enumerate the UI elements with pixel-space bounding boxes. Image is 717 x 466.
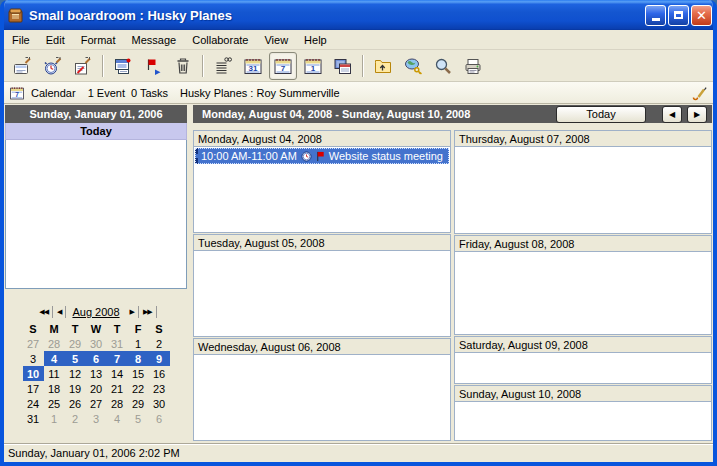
directory-button[interactable] — [399, 52, 427, 80]
delete-button[interactable] — [169, 52, 197, 80]
mini-calendar-day[interactable]: 7 — [107, 351, 128, 366]
prev-month-icon[interactable]: ◀ — [53, 306, 66, 318]
maximize-icon[interactable] — [668, 5, 689, 26]
day-cell[interactable] — [454, 402, 712, 441]
sidebar: Sunday, January 01, 2006 Today ◀◀ ◀ Aug … — [5, 105, 187, 441]
mini-calendar-day[interactable]: 15 — [128, 366, 149, 381]
mini-calendar-day[interactable]: 4 — [44, 351, 65, 366]
agenda-view-button[interactable] — [209, 52, 237, 80]
mini-calendar-day[interactable]: 2 — [65, 411, 86, 426]
mini-calendar-day[interactable]: 30 — [86, 336, 107, 351]
mini-calendar-day[interactable]: 31 — [107, 336, 128, 351]
mini-calendar-day[interactable]: 21 — [107, 381, 128, 396]
week-view: Monday, August 04, 2008 - Sunday, August… — [193, 105, 712, 441]
alarm-clock-icon — [301, 151, 312, 162]
sidebar-today-label[interactable]: Today — [5, 123, 187, 140]
day-slot-thursday: Thursday, August 07, 2008 — [454, 130, 712, 234]
day-cell[interactable] — [454, 147, 712, 234]
next-month-icon[interactable]: ▶ — [126, 306, 139, 318]
mini-calendar-day[interactable]: 14 — [107, 366, 128, 381]
month-view-button[interactable]: 31 — [239, 52, 267, 80]
mini-calendar-day[interactable]: 29 — [65, 336, 86, 351]
menu-edit[interactable]: Edit — [38, 32, 73, 48]
mini-calendar-day[interactable]: 2 — [149, 336, 170, 351]
new-task-button[interactable] — [69, 52, 97, 80]
day-cell[interactable] — [454, 353, 712, 384]
day-view-button[interactable]: 1 — [299, 52, 327, 80]
day-cell[interactable]: 10:00 AM-11:00 AM Web — [193, 147, 451, 233]
mini-calendar-day[interactable]: 29 — [128, 396, 149, 411]
flag-forward-icon — [143, 56, 163, 76]
pencil-icon[interactable] — [691, 85, 707, 101]
mini-calendar-day[interactable]: 11 — [44, 366, 65, 381]
mini-calendar-day[interactable]: 27 — [23, 336, 44, 351]
info-bar: 7 Calendar 1 Event 0 Tasks Husky Planes … — [4, 82, 713, 104]
mini-calendar-day[interactable]: 28 — [107, 396, 128, 411]
day-cell[interactable] — [454, 252, 712, 335]
mini-calendar-day[interactable]: 20 — [86, 381, 107, 396]
mini-calendar-day[interactable]: 6 — [86, 351, 107, 366]
mini-calendar-month-label[interactable]: Aug 2008 — [66, 306, 125, 318]
mini-calendar-day[interactable]: 5 — [128, 411, 149, 426]
mini-calendar-day[interactable]: 10 — [23, 366, 44, 381]
week-grid-right-column: Thursday, August 07, 2008 Friday, August… — [454, 130, 712, 441]
today-button[interactable]: Today — [556, 106, 646, 123]
mini-calendar-day[interactable]: 25 — [44, 396, 65, 411]
mini-calendar-day[interactable]: 22 — [128, 381, 149, 396]
mini-calendar-day[interactable]: 4 — [107, 411, 128, 426]
mini-calendar-day[interactable]: 1 — [44, 411, 65, 426]
meeting-request-button[interactable] — [109, 52, 137, 80]
mini-calendar-day[interactable]: 6 — [149, 411, 170, 426]
mini-calendar-day[interactable]: 18 — [44, 381, 65, 396]
mini-calendar-day[interactable]: 13 — [86, 366, 107, 381]
mini-calendar-day[interactable]: 19 — [65, 381, 86, 396]
mini-calendar-day[interactable]: 28 — [44, 336, 65, 351]
multiweek-view-button[interactable] — [329, 52, 357, 80]
mini-calendar-day[interactable]: 9 — [149, 351, 170, 366]
mini-calendar-day[interactable]: 3 — [23, 351, 44, 366]
menu-view[interactable]: View — [256, 32, 296, 48]
close-icon[interactable]: ✕ — [691, 5, 712, 26]
menu-format[interactable]: Format — [73, 32, 124, 48]
parent-folder-button[interactable] — [369, 52, 397, 80]
mini-calendar-day[interactable]: 17 — [23, 381, 44, 396]
mini-calendar-day[interactable]: 12 — [65, 366, 86, 381]
magnifier-icon — [433, 56, 453, 76]
minimize-icon[interactable] — [645, 5, 666, 26]
new-event-button[interactable] — [9, 52, 37, 80]
day-cell[interactable] — [193, 355, 451, 441]
title-bar[interactable]: Small boardroom : Husky Planes ✕ — [0, 0, 717, 30]
sidebar-date-header: Sunday, January 01, 2006 — [5, 105, 187, 123]
mini-calendar-day[interactable]: 1 — [128, 336, 149, 351]
next-week-icon[interactable]: ▶ — [687, 106, 707, 123]
print-button[interactable] — [459, 52, 487, 80]
toolbar-separator — [202, 55, 204, 77]
mini-calendar-day[interactable]: 23 — [149, 381, 170, 396]
menu-collaborate[interactable]: Collaborate — [184, 32, 256, 48]
prev-year-icon[interactable]: ◀◀ — [35, 306, 53, 318]
mini-calendar-day[interactable]: 8 — [128, 351, 149, 366]
menu-help[interactable]: Help — [296, 32, 335, 48]
alarm-clock-icon — [43, 56, 63, 76]
mini-calendar-day[interactable]: 26 — [65, 396, 86, 411]
find-button[interactable] — [429, 52, 457, 80]
menu-file[interactable]: File — [4, 32, 38, 48]
multiweek-view-icon — [333, 56, 353, 76]
menu-message[interactable]: Message — [124, 32, 185, 48]
mini-calendar-day[interactable]: 3 — [86, 411, 107, 426]
new-alarm-button[interactable] — [39, 52, 67, 80]
day-detail-pane[interactable] — [5, 140, 187, 289]
mini-calendar-day[interactable]: 31 — [23, 411, 44, 426]
event-item[interactable]: 10:00 AM-11:00 AM Web — [195, 148, 449, 164]
day-cell[interactable] — [193, 251, 451, 337]
mini-calendar-day[interactable]: 16 — [149, 366, 170, 381]
flag-button[interactable] — [139, 52, 167, 80]
week-view-button[interactable]: 7 — [269, 52, 297, 80]
mini-calendar-day[interactable]: 27 — [86, 396, 107, 411]
mini-calendar-day[interactable]: 30 — [149, 396, 170, 411]
previous-week-icon[interactable]: ◀ — [662, 106, 682, 123]
next-year-icon[interactable]: ▶▶ — [139, 306, 157, 318]
day-slot-monday: Monday, August 04, 2008 10:00 AM-11:00 A… — [193, 130, 451, 233]
mini-calendar-day[interactable]: 5 — [65, 351, 86, 366]
mini-calendar-day[interactable]: 24 — [23, 396, 44, 411]
